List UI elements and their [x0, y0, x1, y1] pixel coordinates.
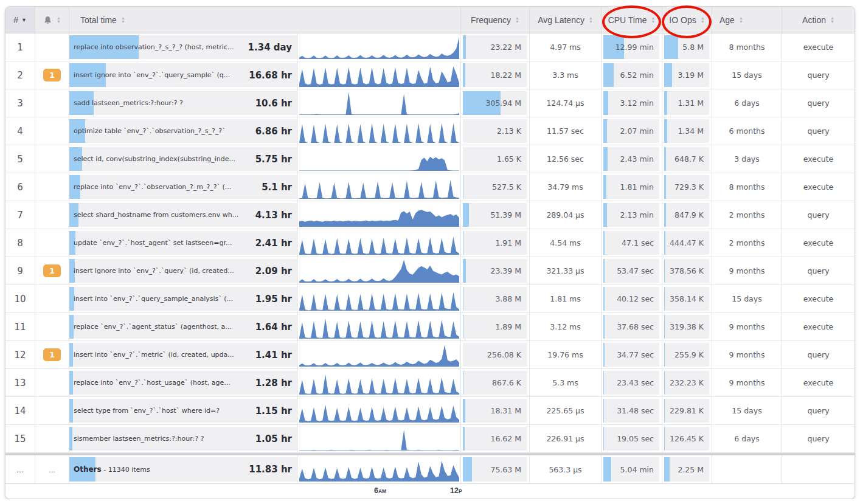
avg-latency-cell: 1.81 ms	[529, 285, 601, 312]
total-time-value: 6.86 hr	[252, 126, 297, 137]
io-ops-cell: 1.31 M	[662, 89, 712, 117]
cpu-time-bar	[603, 231, 605, 255]
cpu-time-value: 31.48 sec	[617, 406, 659, 415]
sort-icon[interactable]: ▲▼	[515, 16, 519, 24]
table-row[interactable]: 2 1 insert ignore into `env_?`.`query_sa…	[5, 61, 855, 89]
query-text[interactable]: replace into observation_?_s_?_? (host, …	[69, 43, 244, 51]
io-ops-value: 729.3 K	[674, 182, 709, 192]
sparkline-chart	[299, 91, 459, 115]
sort-icon[interactable]: ▲▼	[830, 16, 834, 24]
column-header-frequency[interactable]: Frequency ▲▼	[460, 7, 529, 33]
query-text[interactable]: Others - 11340 items	[69, 465, 245, 474]
table-row[interactable]: 8 update `env_?`.`host_agent` set lastse…	[5, 229, 855, 257]
column-header-rank[interactable]: # ▼	[5, 7, 35, 33]
query-text[interactable]: optimize table `env_?`.`observation_?_s_…	[69, 127, 252, 135]
query-text[interactable]: insert into `env_?`.`query_sample_analys…	[69, 295, 252, 303]
cpu-time-bar	[603, 427, 604, 450]
query-text[interactable]: select type from `env_?`.`host` where id…	[69, 407, 252, 415]
alert-badge[interactable]: 1	[43, 348, 61, 361]
query-text[interactable]: select shard_hostname from customers.env…	[69, 211, 252, 219]
table-row[interactable]: 9 1 insert ignore into `env_?`.`query` (…	[5, 257, 855, 285]
avg-latency-value: 4.97 ms	[550, 43, 581, 52]
table-row[interactable]: 7 select shard_hostname from customers.e…	[5, 201, 855, 229]
frequency-cell: 867.6 K	[460, 369, 529, 396]
query-block: Others - 11340 items 11.83 hr	[69, 457, 297, 482]
table-row[interactable]: 3 sadd lastseen_metrics:?:hour:? ? 10.6 …	[5, 89, 855, 117]
table-row[interactable]: 6 replace into `env_?`.`observation_?_m_…	[5, 173, 855, 201]
total-time-cell: update `env_?`.`host_agent` set lastseen…	[69, 229, 297, 257]
io-ops-bar	[664, 231, 665, 255]
sort-icon[interactable]: ▲▼	[121, 16, 125, 24]
query-text[interactable]: insert ignore into `env_?`.`query_sample…	[69, 71, 245, 79]
column-header-action[interactable]: Action ▲▼	[782, 7, 855, 33]
table-row[interactable]: 10 insert into `env_?`.`query_sample_ana…	[5, 285, 855, 313]
row-rank: 12	[5, 341, 35, 368]
io-ops-value: 5.8 M	[682, 43, 709, 52]
cpu-time-bar	[603, 203, 607, 227]
column-header-total-time[interactable]: Total time ▲▼	[69, 7, 460, 33]
age-cell: 9 months	[712, 257, 782, 285]
sort-icon[interactable]: ▲▼	[589, 16, 593, 24]
cpu-time-cell: 47.1 sec	[601, 229, 662, 257]
sparkline-chart	[299, 119, 459, 143]
sparkline-cell	[297, 313, 460, 340]
table-row[interactable]: 11 replace `env_?`.`agent_status` (agent…	[5, 313, 855, 341]
column-header-cpu-time[interactable]: CPU Time ▲▼	[601, 7, 662, 33]
age-cell: 2 months	[712, 229, 782, 257]
query-text[interactable]: sadd lastseen_metrics:?:hour:? ?	[69, 99, 252, 107]
column-header-alerts[interactable]: ▲▼	[35, 7, 69, 33]
sort-icon[interactable]: ▲▼	[701, 16, 705, 24]
frequency-cell: 51.39 M	[460, 201, 529, 229]
table-body: 1 replace into observation_?_s_?_? (host…	[5, 33, 855, 483]
cpu-time-value: 2.13 min	[620, 210, 659, 219]
action-cell: query	[782, 117, 855, 145]
total-time-value: 5.1 hr	[258, 182, 297, 193]
table-row[interactable]: 14 select type from `env_?`.`host` where…	[5, 397, 855, 425]
io-ops-bar	[664, 343, 665, 367]
sparkline-chart	[299, 315, 459, 339]
table-row[interactable]: 15 sismember lastseen_metrics:?:hour:? ?…	[5, 425, 855, 453]
alert-badge[interactable]: 1	[43, 264, 61, 277]
io-ops-value: 847.9 K	[674, 210, 709, 219]
bell-icon	[43, 15, 52, 25]
table-row[interactable]: 4 optimize table `env_?`.`observation_?_…	[5, 117, 855, 145]
table-row[interactable]: 1 replace into observation_?_s_?_? (host…	[5, 33, 855, 61]
age-value: 6 months	[729, 126, 765, 136]
io-ops-bar	[664, 287, 665, 311]
total-time-value: 10.6 hr	[252, 98, 297, 109]
io-ops-value: 232.23 K	[670, 378, 709, 387]
io-ops-bar	[664, 175, 666, 199]
query-text[interactable]: select id, conv(substring_index(substrin…	[69, 155, 252, 163]
sort-icon[interactable]: ▲▼	[739, 16, 743, 24]
sort-icon[interactable]: ▲▼	[57, 16, 61, 24]
query-text[interactable]: update `env_?`.`host_agent` set lastseen…	[69, 239, 252, 247]
sort-icon[interactable]: ▲▼	[651, 16, 655, 24]
query-text[interactable]: replace into `env_?`.`observation_?_m_?_…	[69, 183, 258, 191]
sparkline-cell	[297, 89, 460, 117]
query-block: replace into `env_?`.`host_usage` (host,…	[69, 371, 297, 395]
query-profiler: # ▼ ▲▼ Total time ▲▼ Frequency ▲▼ Avg La…	[5, 6, 855, 499]
table-row[interactable]: 13 replace into `env_?`.`host_usage` (ho…	[5, 369, 855, 397]
total-time-cell: replace into observation_?_s_?_? (host, …	[69, 33, 297, 61]
column-header-io-ops[interactable]: IO Ops ▲▼	[662, 7, 712, 33]
total-time-cell: select id, conv(substring_index(substrin…	[69, 145, 297, 173]
table-row[interactable]: 5 select id, conv(substring_index(substr…	[5, 145, 855, 173]
query-text[interactable]: replace `env_?`.`agent_status` (agenthos…	[69, 323, 252, 331]
frequency-value: 23.39 M	[490, 266, 527, 275]
query-text[interactable]: sismember lastseen_metrics:?:hour:? ?	[69, 435, 252, 443]
query-text[interactable]: insert into `env_?`.`metric` (id, create…	[69, 351, 252, 359]
total-time-cell: optimize table `env_?`.`observation_?_s_…	[69, 117, 297, 145]
row-rank: 2	[5, 61, 35, 89]
column-header-age[interactable]: Age ▲▼	[712, 7, 782, 33]
table-row[interactable]: ... ... Others - 11340 items 11.83 hr 75…	[5, 453, 855, 483]
query-text[interactable]: replace into `env_?`.`host_usage` (host,…	[69, 379, 252, 387]
row-alerts-cell	[35, 397, 69, 424]
alert-badge[interactable]: 1	[43, 69, 61, 81]
total-time-value: 2.41 hr	[252, 238, 297, 249]
query-text[interactable]: insert ignore into `env_?`.`query` (id, …	[69, 267, 252, 275]
cpu-time-header-label: CPU Time	[608, 15, 647, 25]
frequency-value: 23.22 M	[490, 43, 527, 52]
avg-latency-value: 3.3 ms	[552, 71, 578, 80]
column-header-avg-latency[interactable]: Avg Latency ▲▼	[529, 7, 601, 33]
table-row[interactable]: 12 1 insert into `env_?`.`metric` (id, c…	[5, 341, 855, 369]
